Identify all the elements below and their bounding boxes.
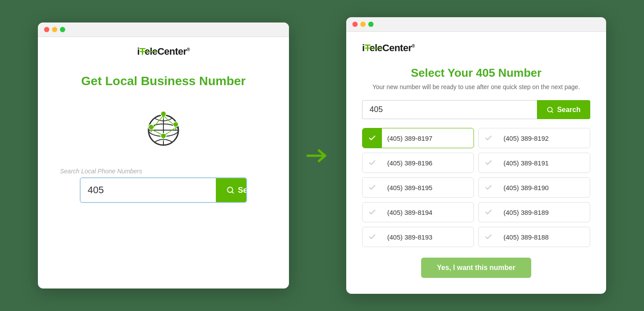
check-box (479, 178, 498, 197)
check-box (479, 227, 498, 247)
select-subtitle: Your new number will be ready to use aft… (362, 83, 590, 90)
maximize-dot (60, 27, 65, 32)
check-icon (368, 208, 376, 216)
logo: iTeleCenter® (362, 42, 590, 54)
search-icon (547, 106, 554, 113)
select-title: Select Your 405 Number (362, 66, 590, 80)
arrow-icon (307, 148, 329, 164)
check-icon (368, 184, 376, 191)
left-window: iTeleCenter® Get Local Business Number (38, 22, 289, 289)
number-item[interactable]: (405) 389-8191 (478, 153, 590, 173)
confirm-button[interactable]: Yes, I want this number (421, 258, 531, 278)
left-titlebar (38, 22, 289, 37)
check-box (479, 128, 498, 148)
phone-number: (405) 389-8196 (382, 155, 438, 171)
close-dot (44, 27, 49, 32)
logo: iTeleCenter® (137, 46, 190, 57)
check-icon (485, 233, 492, 241)
logo-text: iTeleCenter® (137, 46, 190, 57)
number-item[interactable]: (405) 389-8197 (362, 128, 474, 148)
minimize-dot (52, 27, 57, 32)
numbers-grid: (405) 389-8197 (405) 389-8192 (405) 389-… (362, 128, 590, 247)
number-item[interactable]: (405) 389-8196 (362, 153, 474, 173)
right-search-input[interactable] (362, 100, 537, 119)
check-box (363, 178, 382, 197)
right-window: iTeleCenter® Select Your 405 Number Your… (346, 17, 606, 294)
check-icon (485, 184, 492, 191)
right-search-button[interactable]: Search (537, 100, 590, 119)
check-box (363, 202, 382, 222)
check-box (363, 153, 382, 172)
close-dot (352, 22, 358, 27)
page-title: Get Local Business Number (81, 74, 245, 88)
check-icon (485, 208, 492, 216)
check-icon (485, 159, 492, 167)
globe-icon (141, 106, 185, 150)
check-icon (368, 134, 376, 142)
search-icon (226, 186, 234, 194)
check-box (479, 153, 498, 172)
check-icon (368, 233, 376, 241)
phone-number: (405) 389-8197 (382, 130, 438, 146)
search-label: Search Local Phone Numbers (60, 168, 142, 175)
check-icon (485, 134, 492, 142)
number-item[interactable]: (405) 389-8188 (478, 227, 590, 247)
check-box (363, 227, 382, 247)
right-search-row: Search (362, 100, 590, 119)
check-box-selected (363, 128, 382, 148)
svg-line-15 (551, 111, 553, 112)
number-item[interactable]: (405) 389-8189 (478, 202, 590, 222)
phone-number: (405) 389-8193 (382, 229, 438, 245)
phone-number: (405) 389-8194 (382, 204, 438, 221)
number-item[interactable]: (405) 389-8193 (362, 227, 474, 247)
phone-number: (405) 389-8195 (382, 180, 438, 196)
logo-text: iTeleCenter® (362, 42, 415, 54)
phone-number: (405) 389-8189 (498, 204, 554, 221)
phone-number: (405) 389-8191 (498, 155, 554, 171)
phone-number: (405) 389-8190 (498, 180, 554, 196)
number-item[interactable]: (405) 389-8192 (478, 128, 590, 148)
check-box (479, 202, 498, 222)
phone-number: (405) 389-8188 (498, 229, 554, 245)
number-item[interactable]: (405) 389-8190 (478, 177, 590, 198)
search-input[interactable] (81, 178, 216, 202)
svg-line-13 (232, 191, 233, 193)
phone-number: (405) 389-8192 (498, 130, 554, 146)
maximize-dot (368, 22, 374, 27)
search-row: Search (80, 177, 247, 203)
number-item[interactable]: (405) 389-8194 (362, 202, 474, 222)
svg-point-6 (148, 124, 154, 130)
minimize-dot (360, 22, 366, 27)
check-icon (368, 159, 376, 167)
number-item[interactable]: (405) 389-8195 (362, 177, 474, 198)
search-button[interactable]: Search (216, 178, 247, 202)
right-titlebar (346, 17, 606, 32)
